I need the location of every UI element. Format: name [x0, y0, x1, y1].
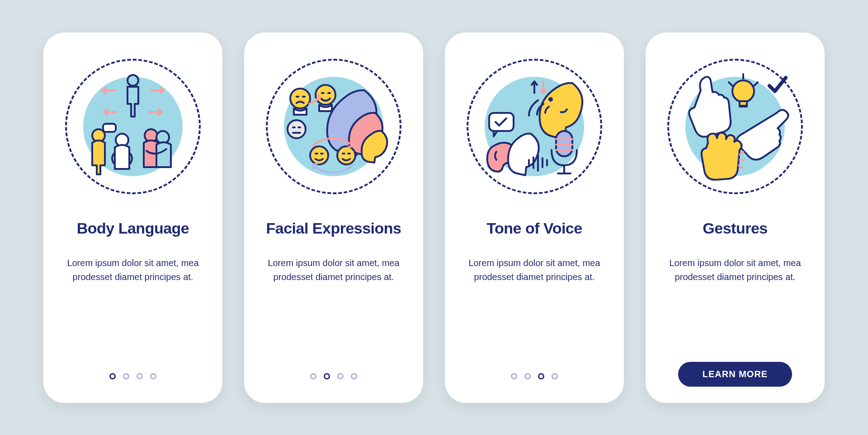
svg-point-9: [310, 146, 328, 164]
card-body: Lorem ipsum dolor sit amet, mea prodesse…: [260, 256, 407, 284]
svg-rect-12: [489, 113, 514, 131]
svg-point-14: [732, 80, 754, 102]
dot-3[interactable]: [538, 373, 544, 379]
card-title: Gestures: [703, 220, 767, 237]
page-indicator: [310, 373, 357, 379]
card-body: Lorem ipsum dolor sit amet, mea prodesse…: [662, 256, 808, 284]
tone-of-voice-icon: [471, 63, 598, 190]
svg-point-11: [549, 98, 552, 101]
dot-3[interactable]: [137, 373, 143, 379]
dot-1[interactable]: [109, 373, 116, 379]
card-body: Lorem ipsum dolor sit amet, mea prodesse…: [461, 256, 608, 284]
card-body: Lorem ipsum dolor sit amet, mea prodesse…: [60, 256, 206, 284]
page-indicator: [511, 373, 558, 379]
dot-1[interactable]: [511, 373, 517, 379]
card-title: Facial Expressions: [266, 220, 401, 237]
illustration: [667, 59, 803, 194]
onboarding-card-body-language: Body Language Lorem ipsum dolor sit amet…: [43, 33, 222, 403]
dot-4[interactable]: [150, 373, 156, 379]
illustration: [266, 59, 401, 194]
card-title: Body Language: [77, 220, 189, 237]
body-language-icon: [70, 63, 196, 190]
svg-point-10: [337, 146, 355, 164]
onboarding-card-gestures: Gestures Lorem ipsum dolor sit amet, mea…: [646, 33, 825, 403]
svg-rect-5: [103, 124, 116, 132]
dot-1[interactable]: [310, 373, 316, 379]
dot-4[interactable]: [552, 373, 558, 379]
onboarding-card-tone-of-voice: Tone of Voice Lorem ipsum dolor sit amet…: [445, 33, 624, 403]
page-indicator: [109, 373, 156, 379]
gestures-icon: [672, 63, 798, 190]
facial-expressions-icon: [270, 63, 397, 190]
dot-3[interactable]: [337, 373, 344, 379]
onboarding-card-facial-expressions: Facial Expressions Lorem ipsum dolor sit…: [244, 33, 423, 403]
illustration: [467, 59, 602, 194]
illustration: [65, 59, 201, 194]
svg-point-0: [127, 75, 138, 86]
dot-2[interactable]: [324, 373, 330, 379]
dot-4[interactable]: [351, 373, 357, 379]
card-title: Tone of Voice: [486, 220, 582, 237]
dot-2[interactable]: [524, 373, 531, 379]
svg-point-8: [288, 120, 306, 138]
svg-point-6: [290, 89, 310, 108]
learn-more-button[interactable]: LEARN MORE: [678, 362, 792, 387]
dot-2[interactable]: [123, 373, 129, 379]
